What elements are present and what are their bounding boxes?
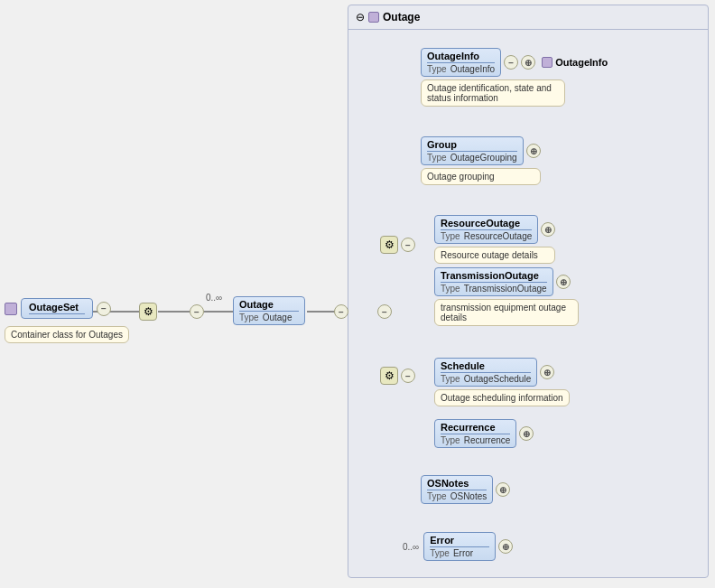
container-collapse[interactable]: ⊖ [356,11,365,23]
outageinfo-linked-icon [542,57,552,68]
outageinfo-container: OutageInfo Type OutageInfo − ⊕ OutageInf… [421,48,608,107]
outageinfo-box: OutageInfo Type OutageInfo [421,48,501,77]
gear-icon-1[interactable]: ⚙ [139,303,157,321]
outage-box-left: Outage Type Outage [233,296,305,325]
transmission-container: TransmissionOutage Type TransmissionOuta… [434,267,579,326]
outage-set-box: OutageSet [21,298,93,319]
outage-set-tooltip: Container class for Outages [5,326,129,343]
resource-plus[interactable]: ⊕ [541,222,555,237]
error-multiplicity: 0..∞ [403,542,419,552]
gear3-minus[interactable]: − [401,238,415,252]
minus-3[interactable]: − [377,304,392,319]
resource-tooltip: Resource outage details [434,247,555,264]
group-container: Group Type OutageGrouping ⊕ Outage group… [421,136,541,185]
osnotes-container: OSNotes Type OSNotes ⊕ [421,475,510,504]
group-box: Group Type OutageGrouping [421,136,524,165]
outageinfo-minus[interactable]: − [504,55,518,70]
schedule-container: Schedule Type OutageSchedule ⊕ Outage sc… [434,358,570,406]
recurrence-container: Recurrence Type Recurrence ⊕ [434,419,534,448]
transmission-plus[interactable]: ⊕ [556,275,571,289]
outageinfo-linked-plus[interactable]: ⊕ [521,55,535,70]
osnotes-plus[interactable]: ⊕ [496,482,510,497]
minus-1[interactable]: − [190,304,204,319]
transmission-tooltip: transmission equipment outage details [434,299,579,326]
outageinfo-tooltip: Outage identification, state and status … [421,79,565,107]
schedule-box: Schedule Type OutageSchedule [434,358,537,387]
gear4-minus[interactable]: − [401,369,415,383]
group-plus[interactable]: ⊕ [526,144,541,158]
canvas: OutageSet − Container class for Outages … [0,0,715,588]
error-box: Error Type Error [423,532,496,561]
main-container: ⊖ Outage OutageInfo Type OutageInfo − ⊕ … [348,5,709,578]
osnotes-box: OSNotes Type OSNotes [421,475,493,504]
outage-set-name: OutageSet [29,302,85,314]
outageinfo-linked-name: OutageInfo [555,57,608,68]
multiplicity-label: 0..∞ [206,293,222,303]
error-plus[interactable]: ⊕ [498,539,513,554]
container-title: Outage [383,11,420,23]
recurrence-box: Recurrence Type Recurrence [434,419,516,448]
container-icon [368,12,379,23]
outage-set-container: OutageSet − Container class for Outages [5,298,129,340]
group-tooltip: Outage grouping [421,168,541,185]
transmission-box: TransmissionOutage Type TransmissionOuta… [434,267,553,296]
resource-container: ResourceOutage Type ResourceOutage ⊕ Res… [434,215,555,264]
outage-set-icon [5,303,17,315]
container-header: ⊖ Outage [348,5,708,30]
schedule-plus[interactable]: ⊕ [540,365,554,379]
gear-icon-4[interactable]: ⚙ [380,367,398,385]
outage-set-minus[interactable]: − [97,302,111,316]
outage-name-left: Outage [239,299,299,312]
schedule-tooltip: Outage scheduling information [434,389,570,406]
recurrence-plus[interactable]: ⊕ [519,426,534,441]
minus-2[interactable]: − [334,304,348,319]
gear-icon-3[interactable]: ⚙ [380,236,398,254]
error-container: 0..∞ Error Type Error ⊕ [403,532,513,561]
resource-box: ResourceOutage Type ResourceOutage [434,215,538,244]
